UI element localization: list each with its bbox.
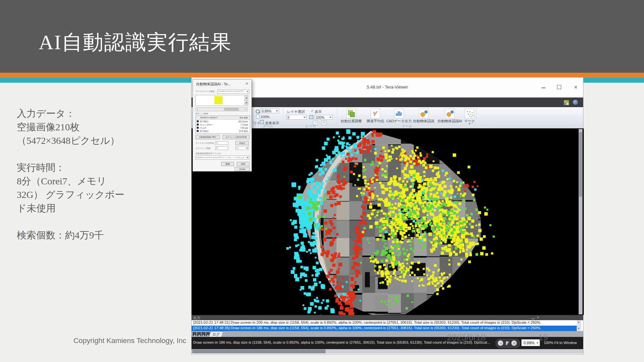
class-color-swatch: [197, 124, 199, 125]
tool-object-recognition-ai[interactable]: 自動物体認識AI: [436, 108, 463, 124]
object-recognition-ai-icon: [445, 109, 455, 118]
zoom-icon: [256, 109, 260, 114]
minimize-button[interactable]: [539, 83, 548, 91]
ribbon-zoom-combobox[interactable]: 0.89%: [260, 108, 279, 113]
class-color-swatch: [197, 120, 199, 122]
class-color-swatch: [197, 127, 199, 129]
tool-auto-position[interactable]: 自動位置調整: [339, 108, 364, 124]
tool-brightness-average[interactable]: 輝度平均化: [364, 108, 387, 124]
result-file-label: 自動物体認識結果ファイル: [195, 152, 221, 155]
list-item[interactable]: キャンプカー7.73 pw: [196, 123, 250, 126]
group-label-tools: ツール: [338, 124, 476, 128]
output-close-icon[interactable]: ×: [537, 315, 539, 320]
minimize-icon: [542, 88, 545, 88]
tab-log[interactable]: ログ: [209, 331, 223, 337]
zoom-out-button[interactable]: −: [498, 340, 503, 346]
class-color-swatch: [197, 130, 199, 132]
show-label: 表示: [315, 109, 322, 114]
status-bar: Draw screen in 186 ms, disp size is (115…: [192, 337, 583, 349]
scrollbar-thumb[interactable]: [224, 108, 239, 111]
log-tab-strip: ログ: [192, 331, 583, 337]
layer-select-combobox[interactable]: 0: [286, 115, 307, 120]
unit-combobox[interactable]: cm: [235, 146, 249, 150]
show-checkbox[interactable]: ✓: [311, 109, 314, 113]
group-label-layer: レイヤ: [288, 124, 333, 128]
viewer-vertical-scrollbar[interactable]: [579, 129, 582, 314]
segment-interval-label: セグメント間隔: [195, 147, 210, 150]
tool-object-recognition[interactable]: 自動物体認識: [412, 108, 436, 124]
preview-scrollbar[interactable]: ‹ ›: [195, 107, 248, 111]
fit-all-icon: [260, 120, 264, 124]
pin-icon[interactable]: [531, 316, 535, 320]
slide: AI自動認識実行結果 入力データ： 空撮画像210枚 （5472×3648ピクセ…: [0, 0, 644, 362]
brightness-average-icon: [371, 109, 380, 118]
segment-condition-button[interactable]: セグメント位置条件取得: [223, 135, 250, 139]
table-style-icon[interactable]: [564, 100, 569, 105]
dialog-title: 自動物体認識AI - Te...: [196, 82, 231, 87]
recount-button[interactable]: 再集計: [235, 141, 249, 145]
list-item[interactable]: クルマ7.5C pw: [196, 126, 250, 129]
layer-opacity-combobox[interactable]: 100%: [315, 115, 333, 120]
list-item[interactable]: ST 005.237.5 Scm: [196, 129, 250, 133]
save-button[interactable]: 保存: [237, 162, 250, 166]
dialog-close-icon[interactable]: ×: [246, 81, 248, 86]
status-zoom-combobox[interactable]: 0.89%: [521, 339, 540, 346]
tool-mark[interactable]: マーク: [464, 108, 475, 124]
list-item[interactable]: ST 005.133.9 S.cm: [196, 120, 250, 123]
scroll-right-icon[interactable]: ›: [245, 108, 246, 111]
layer-opacity-icon: [309, 115, 313, 119]
log-scrollbar[interactable]: [577, 320, 581, 331]
pan-mode-icon[interactable]: [506, 341, 508, 345]
apply-button[interactable]: 適用: [221, 162, 234, 166]
group-label-zoom: ズーム: [253, 124, 283, 128]
detected-objects-list[interactable]: SEARCH OBJECT 検出個数 ST 005.133.9 S.cm キャン…: [195, 116, 250, 134]
tool-cad-export[interactable]: CADデータ出力: [387, 108, 411, 124]
zoom-in-button[interactable]: +: [511, 340, 517, 346]
mark-size-input[interactable]: 4: [215, 141, 228, 145]
output-panel-header: 出力 ×: [192, 315, 583, 320]
maximize-button[interactable]: [554, 83, 564, 91]
nav-first-icon[interactable]: [193, 332, 196, 336]
zoom-100-label[interactable]: 100%: [260, 115, 270, 119]
run-recognition-button[interactable]: 自動物体認識の実行: [195, 135, 220, 139]
detected-objects-label: 検出した物体: [195, 112, 208, 115]
zoom-100-icon: [256, 115, 260, 119]
mark-size-label: マークサイズ(Pixel): [195, 142, 214, 145]
fit-to-window-label[interactable]: 100% Fit to Window: [544, 341, 577, 345]
list-header: SEARCH OBJECT 検出個数: [196, 116, 250, 120]
sample-preview[interactable]: [195, 95, 248, 106]
mark-icon: [465, 109, 474, 118]
workspace-combobox[interactable]: DataBusinessTera-Viewer#TF: [217, 89, 250, 94]
output-panel-title: 出力: [193, 316, 200, 320]
spinner-down[interactable]: [244, 100, 248, 105]
slide-body-text: 入力データ： 空撮画像210枚 （5472×3648ピクセル） 実行時間： 8分…: [17, 107, 184, 242]
segment-interval-input[interactable]: 4: [215, 146, 228, 150]
log-line[interactable]: [2021-02-21 17:48:21] Draw screen in 200…: [192, 320, 577, 326]
workspace-label: ワークスペース確認: [195, 90, 214, 93]
nav-next-icon[interactable]: [202, 332, 205, 336]
copyright-text: Copyright Kamiens Technology, Inc: [73, 337, 186, 345]
close-button[interactable]: ×: [571, 83, 581, 91]
spinner-up[interactable]: [244, 96, 248, 100]
layer-select-label: レイヤ選択: [287, 109, 305, 114]
auto-position-icon: [346, 109, 356, 118]
dialog-close-button[interactable]: Close: [235, 167, 250, 171]
log-line-selected[interactable]: [2021-02-21 17:48:35] Draw screen in 186…: [192, 326, 577, 331]
result-file-combobox[interactable]: DataBusinessTera-Viewer#TF(ごと)-75レーン4%以上…: [195, 155, 250, 160]
page-title: AI自動認識実行結果: [39, 28, 232, 56]
nav-prev-icon[interactable]: [197, 332, 201, 336]
sample-swatch: [214, 96, 223, 104]
object-recognition-ai-dialog: 自動物体認識AI - Te... × ワークスペース確認 DataBusines…: [193, 79, 252, 172]
cad-export-icon: [394, 109, 404, 118]
slide-page-number: 19: [538, 333, 548, 343]
scroll-left-icon[interactable]: ‹: [197, 108, 198, 111]
slide-date: 2025/6/18: [447, 333, 486, 343]
object-recognition-icon: [419, 109, 429, 118]
help-icon[interactable]: [573, 100, 578, 105]
viewer-horizontal-scrollbar[interactable]: [192, 349, 583, 354]
slide-header: AI自動認識実行結果: [0, 0, 644, 73]
zoom-control-group: − +: [496, 339, 520, 348]
maximize-icon: [557, 85, 561, 89]
